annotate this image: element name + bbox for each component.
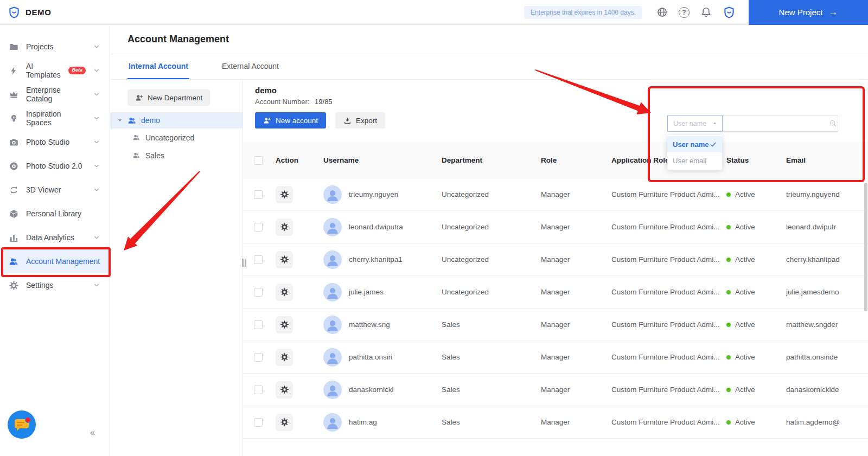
tree-node-demo[interactable]: demo xyxy=(110,112,242,129)
tree-node-label: Uncategorized xyxy=(145,133,194,142)
select-all-checkbox[interactable] xyxy=(254,156,263,165)
cell-email: matthew.sngder xyxy=(786,320,868,329)
sidebar-item-label: Photo Studio xyxy=(26,138,69,146)
row-checkbox[interactable] xyxy=(254,223,263,232)
row-settings-button[interactable] xyxy=(276,316,293,333)
row-settings-button[interactable] xyxy=(276,219,293,236)
status-badge: Active xyxy=(735,223,755,231)
sidebar-item-3d-viewer[interactable]: 3D Viewer xyxy=(0,178,110,202)
chevron-down-icon xyxy=(93,91,100,98)
status-badge: Active xyxy=(735,288,755,296)
chevron-down-icon xyxy=(93,43,100,50)
cell-username: leonard.dwiputra xyxy=(349,223,403,231)
row-settings-button[interactable] xyxy=(276,186,293,203)
status-dot xyxy=(726,420,731,425)
chat-widget-button[interactable] xyxy=(8,410,36,439)
sidebar-item-label: Inspiration Spaces xyxy=(26,110,86,127)
cell-email: cherry.khanitpad xyxy=(786,255,868,264)
gear-icon xyxy=(280,385,289,394)
caret-down-icon[interactable] xyxy=(117,117,123,124)
row-checkbox[interactable] xyxy=(254,320,263,329)
chat-bubble-icon xyxy=(15,419,29,428)
search-icon[interactable] xyxy=(829,119,837,127)
sidebar-item-projects[interactable]: Projects xyxy=(0,35,110,59)
accounts-table: Action Username Department Role Applicat… xyxy=(243,142,868,439)
row-settings-button[interactable] xyxy=(276,251,293,268)
export-button[interactable]: Export xyxy=(335,112,385,129)
help-icon[interactable]: ? xyxy=(679,7,690,18)
account-number-value: 19/85 xyxy=(315,98,333,106)
row-settings-button[interactable] xyxy=(276,349,293,366)
brand[interactable]: DEMO xyxy=(0,6,51,19)
tree-node-sales[interactable]: Sales xyxy=(110,146,242,164)
row-settings-button[interactable] xyxy=(276,381,293,399)
new-department-button[interactable]: New Department xyxy=(127,89,210,106)
avatar xyxy=(323,316,342,334)
status-badge: Active xyxy=(735,255,755,264)
tree-node-uncategorized[interactable]: Uncategorized xyxy=(110,129,242,146)
cell-application-role: Custom Furniture Product Admi... xyxy=(611,386,726,394)
account-number-label: Account Number: xyxy=(255,98,309,106)
sidebar-item-photo-studio[interactable]: Photo Studio xyxy=(0,130,110,154)
row-checkbox[interactable] xyxy=(254,418,263,427)
cell-role: Manager xyxy=(541,386,611,394)
help-glyph: ? xyxy=(682,9,686,16)
cell-role: Manager xyxy=(541,190,611,198)
cell-email: leonard.dwiputr xyxy=(786,223,868,231)
search-input[interactable] xyxy=(723,115,829,131)
avatar xyxy=(323,413,342,432)
sidebar-item-personal-library[interactable]: Personal Library xyxy=(0,202,110,226)
account-shield-icon[interactable] xyxy=(723,6,736,19)
top-bar: DEMO Enterprise trial expires in 1400 da… xyxy=(0,0,868,25)
tab-internal-account[interactable]: Internal Account xyxy=(127,54,189,79)
vertical-scrollbar[interactable] xyxy=(864,183,867,311)
header-email: Email xyxy=(786,156,868,164)
cell-username: matthew.sng xyxy=(349,320,390,329)
status-dot xyxy=(726,388,731,392)
status-badge: Active xyxy=(735,353,755,361)
bell-icon[interactable] xyxy=(700,7,712,18)
new-account-button[interactable]: New account xyxy=(255,112,326,129)
notification-dot xyxy=(25,417,31,423)
sidebar-item-data-analytics[interactable]: Data Analytics xyxy=(0,226,110,249)
sidebar-collapse-icon[interactable]: « xyxy=(90,428,95,438)
sidebar-item-account-management[interactable]: Account Management xyxy=(0,249,110,273)
action-buttons: New account Export xyxy=(255,112,385,129)
row-checkbox[interactable] xyxy=(254,255,263,264)
cell-application-role: Custom Furniture Product Admi... xyxy=(611,223,726,231)
globe-icon[interactable] xyxy=(656,7,668,18)
sidebar-item-label: AI Templates xyxy=(26,62,61,79)
topbar-right: Enterprise trial expires in 1400 days. ?… xyxy=(524,0,868,24)
header-role: Role xyxy=(541,156,611,164)
cell-role: Manager xyxy=(541,288,611,296)
new-project-button[interactable]: New Project → xyxy=(749,0,868,25)
sidebar-item-enterprise-catalog[interactable]: Enterprise Catalog xyxy=(0,82,110,106)
row-checkbox[interactable] xyxy=(254,386,263,394)
gear-icon xyxy=(280,222,289,232)
row-checkbox[interactable] xyxy=(254,353,263,362)
download-icon xyxy=(343,117,352,125)
caret-up-icon xyxy=(712,120,718,126)
dropdown-option-user-email[interactable]: User email xyxy=(667,152,722,169)
person-icon xyxy=(325,285,340,300)
cell-application-role: Custom Furniture Product Admi... xyxy=(611,353,726,361)
dropdown-option-user-name[interactable]: User name xyxy=(667,136,722,152)
sidebar-item-ai-templates[interactable]: AI Templates Beta xyxy=(0,59,110,82)
sidebar-item-photo-studio-2[interactable]: Photo Studio 2.0 xyxy=(0,154,110,178)
search-field-value: User name xyxy=(673,120,706,127)
row-checkbox[interactable] xyxy=(254,288,263,297)
row-settings-button[interactable] xyxy=(276,414,293,431)
panel-resize-handle[interactable] xyxy=(242,259,246,267)
tab-external-account[interactable]: External Account xyxy=(221,54,280,79)
search-field-select[interactable]: User name xyxy=(667,115,723,132)
beta-badge: Beta xyxy=(68,67,86,74)
row-settings-button[interactable] xyxy=(276,284,293,301)
sidebar-item-inspiration-spaces[interactable]: Inspiration Spaces xyxy=(0,106,110,130)
status-dot xyxy=(726,290,731,294)
row-checkbox[interactable] xyxy=(254,190,263,199)
sidebar-item-settings[interactable]: Settings xyxy=(0,273,110,297)
camera-icon xyxy=(9,137,19,147)
cell-department: Uncategorized xyxy=(442,288,541,296)
cell-role: Manager xyxy=(541,223,611,231)
sidebar-item-label: Projects xyxy=(26,42,54,51)
